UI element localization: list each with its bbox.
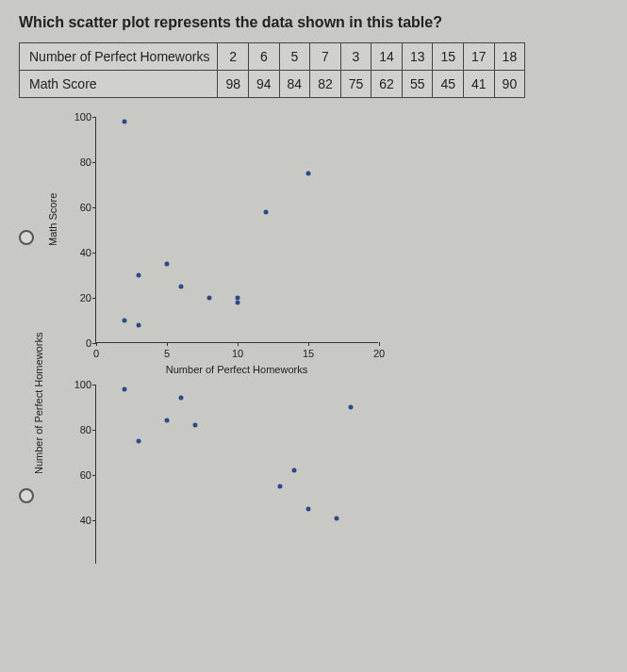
data-point [207, 296, 212, 301]
cell: 90 [494, 71, 525, 98]
cell: 14 [371, 43, 403, 71]
cell: 98 [218, 71, 249, 98]
data-point [292, 468, 297, 473]
cell: 82 [310, 71, 341, 98]
y-tick: 80 [68, 156, 91, 168]
data-point [236, 296, 240, 301]
y-tick: 40 [68, 515, 91, 526]
option-1: Math Score 02040608010005101520 Number o… [19, 117, 608, 375]
data-point [137, 322, 141, 327]
data-point [349, 405, 354, 410]
data-table: Number of Perfect Homeworks 2 6 5 7 3 14… [19, 42, 525, 98]
data-point [264, 209, 269, 214]
cell: 94 [248, 71, 279, 98]
cell: 3 [340, 43, 371, 71]
data-point [137, 439, 141, 444]
data-point [123, 386, 127, 391]
data-point [179, 396, 184, 401]
data-point [165, 262, 170, 267]
cell: 18 [494, 43, 525, 71]
question-text: Which scatter plot represents the data s… [19, 14, 608, 31]
x-tick: 20 [373, 348, 385, 359]
scatter-plot-1: Math Score 02040608010005101520 Number o… [58, 117, 397, 375]
scatter-plot-2: Number of Perfect Homeworks 406080100 [58, 385, 397, 564]
x-tick: 10 [232, 348, 243, 359]
cell: 84 [279, 71, 310, 98]
row1-label: Number of Perfect Homeworks [20, 43, 218, 71]
data-point [306, 172, 311, 176]
cell: 15 [433, 43, 464, 71]
option-2: Number of Perfect Homeworks 406080100 [19, 385, 608, 564]
y-tick: 100 [68, 379, 91, 390]
y-tick: 20 [68, 292, 91, 303]
y-tick: 0 [68, 337, 91, 349]
radio-option-1[interactable] [19, 230, 34, 245]
cell: 45 [433, 71, 464, 98]
x-tick: 0 [93, 348, 99, 359]
data-point [193, 423, 198, 428]
cell: 7 [310, 43, 341, 71]
data-point [335, 516, 339, 520]
y-tick: 60 [68, 469, 91, 481]
cell: 75 [340, 71, 371, 98]
data-point [137, 273, 141, 278]
cell: 2 [218, 43, 249, 71]
data-point [236, 300, 240, 304]
y-axis-label: Number of Perfect Homeworks [33, 333, 44, 474]
data-point [306, 507, 311, 512]
data-point [123, 319, 127, 323]
cell: 41 [464, 71, 495, 98]
cell: 6 [248, 43, 279, 71]
x-axis-label: Number of Perfect Homeworks [95, 364, 378, 375]
cell: 5 [279, 43, 310, 71]
cell: 13 [402, 43, 433, 71]
y-tick: 80 [68, 424, 91, 435]
x-tick: 15 [303, 348, 314, 359]
y-tick: 60 [68, 202, 91, 213]
radio-option-2[interactable] [19, 488, 34, 503]
data-point [179, 285, 184, 289]
data-point [278, 484, 283, 489]
data-point [123, 119, 127, 123]
y-tick: 100 [68, 111, 91, 123]
table-row: Math Score 98 94 84 82 75 62 55 45 41 90 [20, 71, 525, 98]
data-point [165, 418, 170, 423]
x-tick: 5 [164, 348, 170, 359]
row2-label: Math Score [20, 71, 218, 98]
y-axis-label: Math Score [47, 193, 58, 246]
cell: 55 [402, 71, 433, 98]
cell: 62 [371, 71, 403, 98]
cell: 17 [464, 43, 495, 71]
y-tick: 40 [68, 247, 91, 258]
table-row: Number of Perfect Homeworks 2 6 5 7 3 14… [20, 43, 525, 71]
